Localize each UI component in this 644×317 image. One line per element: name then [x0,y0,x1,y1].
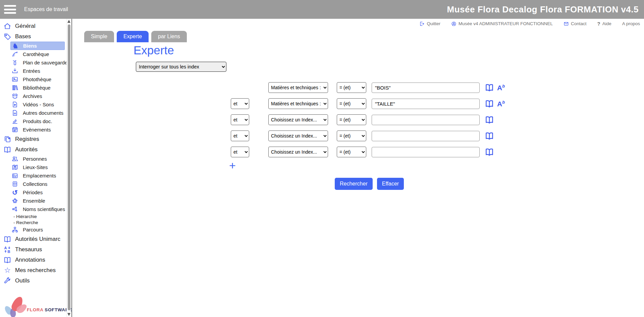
sidebar-item-outils[interactable]: Outils [0,275,66,286]
operator-select[interactable]: et [231,114,249,125]
sidebar-scrollbar[interactable] [66,19,71,317]
sidebar-item-label: Emplacements [23,173,56,178]
scrollbar-thumb[interactable] [68,24,70,310]
search-tabs: SimpleExpertepar Liens [84,31,187,42]
shelf-icon [11,172,18,179]
sidebar-item-noms-scientifiques[interactable]: Noms scientifiques [10,205,66,213]
index-select[interactable]: Choisissez un Index... [268,147,328,157]
sidebar-item-personnes[interactable]: Personnes [10,155,66,163]
sidebar-item-lieux-sites[interactable]: Lieux-Sites [10,163,66,171]
index-select[interactable]: Matières et techniques : [268,98,328,109]
sidebar-item-archives[interactable]: Archives [10,92,66,100]
operator-cell: et [231,130,249,141]
open-box-icon [11,93,18,100]
sidebar-item-mes-recherches[interactable]: ☆Mes recherches [0,265,66,275]
search-value-input[interactable] [372,115,480,125]
sidebar-item-ev-nements[interactable]: Evènements [10,125,66,134]
sidebar-item-autorit-s-unimarc[interactable]: Autorités Unimarc [0,234,66,244]
comparator-select[interactable]: = (et) [337,114,366,125]
sidebar-item-plan-de-sauvegarde[interactable]: Plan de sauvegarde [10,58,66,67]
hamburger-menu-icon[interactable] [4,5,16,14]
sidebar-item-label: Périodes [23,190,43,195]
rechercher-button[interactable]: Rechercher [335,178,373,190]
index-lookup-book-icon[interactable] [484,131,494,141]
main-content: Quitter Musée v4 ADMINISTRATEUR FONCTION… [72,19,644,317]
index-select[interactable]: Choisissez un Index... [268,114,328,125]
search-value-input[interactable] [372,83,480,93]
workspace-label[interactable]: Espaces de travail [24,6,68,12]
global-index-select[interactable]: Interroger sur tous les index [136,62,226,72]
tab-par-liens[interactable]: par Liens [151,31,187,42]
search-value-input[interactable] [372,131,480,141]
sidebar-item-phototh-que[interactable]: Photothèque [10,75,66,84]
sidebar: GénéralBases♞BiensCarothèquePlan de sauv… [0,19,72,317]
sidebar-item-ensemble[interactable]: Ensemble [10,197,66,205]
aide-link[interactable]: ? Aide [597,21,611,27]
sidebar-item-hi-rarchie[interactable]: - Hiérarchie [13,213,66,219]
operator-select[interactable]: et [231,130,249,141]
comparator-select[interactable]: = (et) [337,98,366,109]
sidebar-item-bases[interactable]: Bases [0,31,66,42]
search-value-input[interactable] [372,147,480,157]
sidebar-item-collections[interactable]: Collections [10,180,66,188]
sidebar-item-autorit-s[interactable]: Autorités [0,144,66,155]
sidebar-item-emplacements[interactable]: Emplacements [10,171,66,180]
sidebar-item-label: Thesaurus [15,246,42,253]
index-lookup-book-icon[interactable] [484,147,494,157]
sidebar-item-g-n-ral[interactable]: Général [0,21,66,31]
scroll-down-arrow-icon[interactable] [67,313,70,316]
account-link[interactable]: Musée v4 ADMINISTRATEUR FONCTIONNEL [451,21,553,27]
comparator-select[interactable]: = (et) [337,130,366,141]
registers-icon [3,135,11,143]
sidebar-item-produits-doc[interactable]: Produits doc. [10,117,66,125]
apropos-link[interactable]: A propos [622,21,640,26]
stamp-icon [11,118,18,125]
sidebar-item-thesaurus[interactable]: ABThesaurus [0,244,66,255]
sidebar-item-biens[interactable]: ♞Biens [10,42,65,50]
tab-experte[interactable]: Experte [117,31,149,42]
sidebar-item-caroth-que[interactable]: Carothèque [10,50,66,58]
sidebar-item-entr-es[interactable]: Entrées [10,67,66,75]
sidebar-item-vid-os-sons[interactable]: Vidéos - Sons [10,100,66,109]
quitter-link[interactable]: Quitter [419,21,440,27]
sidebar-item-recherche[interactable]: - Recherche [13,219,66,225]
calendar-icon [11,126,18,133]
tag-icon [3,33,11,41]
sidebar-item-parcours[interactable]: Parcours [10,225,66,234]
index-select[interactable]: Choisissez un Index... [268,130,328,141]
effacer-button[interactable]: Effacer [377,178,404,190]
wrench-icon [3,277,11,285]
comparator-select[interactable]: = (et) [337,82,366,93]
apropos-label: A propos [622,21,640,26]
extinguisher-icon [11,59,18,66]
sidebar-item-biblioth-que[interactable]: Bibliothèque [10,84,66,92]
molecule-icon [11,206,18,213]
sidebar-item-label: Collections [23,181,47,187]
index-lookup-book-icon[interactable] [484,83,494,92]
operator-cell: et [231,98,249,109]
tab-simple[interactable]: Simple [84,31,114,42]
index-lookup-book-icon[interactable] [484,115,494,124]
search-value-input[interactable] [372,99,480,109]
index-lookup-book-icon[interactable] [484,99,494,108]
operator-select[interactable]: et [231,98,249,109]
index-select[interactable]: Matières et techniques : [268,82,328,93]
ab-expansion-icon[interactable]: Ab [497,84,505,91]
sidebar-item-label: Personnes [23,156,47,162]
quitter-label: Quitter [427,21,440,26]
ab-expansion-icon[interactable]: Ab [497,100,505,107]
scroll-up-arrow-icon[interactable] [67,20,70,23]
user-circle-icon [451,21,457,27]
sidebar-item-p-riodes[interactable]: ↺Périodes [10,188,66,197]
comparator-select[interactable]: = (et) [337,147,366,157]
sidebar-item-registres[interactable]: Registres [0,134,66,144]
sidebar-item-autres-documents[interactable]: Autres documents [10,109,66,117]
star-icon: ☆ [3,266,11,274]
search-criteria-row: Matières et techniques : = (et)Ab [231,82,505,93]
add-criteria-button[interactable]: + [229,160,236,171]
sidebar-item-label: Produits doc. [23,118,52,124]
contact-link[interactable]: Contact [564,21,587,27]
operator-select[interactable]: et [231,147,249,157]
sidebar-item-annotations[interactable]: Annotations [0,255,66,265]
sidebar-item-label: Carothèque [23,51,49,57]
